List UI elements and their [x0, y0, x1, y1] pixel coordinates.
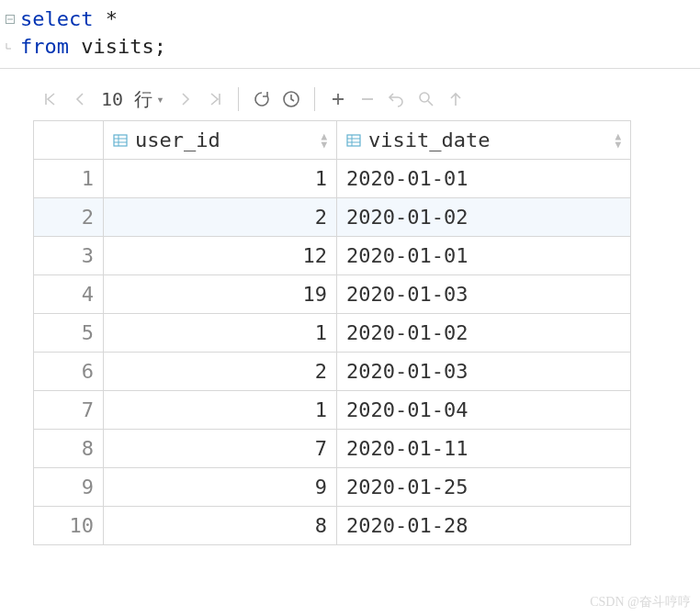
- column-icon: [113, 133, 128, 148]
- cell-visit-date[interactable]: 2020-01-28: [337, 507, 631, 545]
- cell-user-id[interactable]: 9: [104, 468, 337, 507]
- toolbar-separator: [314, 87, 315, 111]
- fold-end-icon: [0, 42, 20, 51]
- cell-user-id[interactable]: 1: [104, 160, 337, 198]
- cell-user-id[interactable]: 1: [104, 314, 337, 353]
- cell-visit-date[interactable]: 2020-01-11: [337, 430, 631, 468]
- toolbar-separator: [238, 87, 239, 111]
- column-label: visit_date: [368, 129, 490, 151]
- watermark: CSDN @奋斗哼哼: [590, 594, 691, 610]
- row-number: 4: [34, 275, 104, 314]
- fold-marker-icon[interactable]: [0, 15, 20, 24]
- table-row[interactable]: 872020-01-11: [34, 430, 631, 468]
- table-row[interactable]: 222020-01-02: [34, 198, 631, 237]
- table-row[interactable]: 112020-01-01: [34, 160, 631, 198]
- results-panel: 10 行 ▾: [0, 69, 700, 545]
- cell-user-id[interactable]: 2: [104, 353, 337, 391]
- table-row[interactable]: 1082020-01-28: [34, 507, 631, 545]
- last-page-button[interactable]: [201, 85, 229, 113]
- table-row[interactable]: 512020-01-02: [34, 314, 631, 353]
- row-number: 2: [34, 198, 104, 237]
- commit-button[interactable]: [442, 85, 469, 113]
- cell-user-id[interactable]: 19: [104, 275, 337, 314]
- row-number: 5: [34, 314, 104, 353]
- refresh-button[interactable]: [248, 85, 276, 113]
- sql-editor[interactable]: select * from visits;: [0, 0, 700, 69]
- column-header-visit-date[interactable]: visit_date ▲▼: [337, 121, 631, 160]
- table-body: 112020-01-01222020-01-023122020-01-01419…: [34, 160, 631, 545]
- row-number: 10: [34, 507, 104, 545]
- table-row[interactable]: 992020-01-25: [34, 468, 631, 507]
- sql-line-2: from visits;: [20, 33, 166, 61]
- svg-point-3: [420, 93, 429, 102]
- cell-visit-date[interactable]: 2020-01-02: [337, 198, 631, 237]
- row-number: 8: [34, 430, 104, 468]
- sql-line-1: select *: [20, 6, 118, 33]
- cell-user-id[interactable]: 1: [104, 391, 337, 430]
- column-icon: [346, 133, 361, 148]
- preview-changes-button[interactable]: [412, 85, 440, 113]
- add-row-button[interactable]: [324, 85, 352, 113]
- revert-button[interactable]: [383, 85, 411, 113]
- cell-user-id[interactable]: 7: [104, 430, 337, 468]
- cell-visit-date[interactable]: 2020-01-03: [337, 353, 631, 391]
- cell-visit-date[interactable]: 2020-01-02: [337, 314, 631, 353]
- next-page-button[interactable]: [172, 85, 199, 113]
- cell-visit-date[interactable]: 2020-01-03: [337, 275, 631, 314]
- cell-user-id[interactable]: 2: [104, 198, 337, 237]
- first-page-button[interactable]: [37, 85, 64, 113]
- page-size-dropdown[interactable]: 10 行 ▾: [96, 87, 170, 112]
- results-table: user_id ▲▼ visit_date ▲▼ 112020-01-01222…: [33, 120, 631, 545]
- svg-rect-4: [114, 135, 127, 146]
- row-number: 9: [34, 468, 104, 507]
- table-row[interactable]: 622020-01-03: [34, 353, 631, 391]
- row-number: 3: [34, 237, 104, 275]
- cell-visit-date[interactable]: 2020-01-04: [337, 391, 631, 430]
- chevron-down-icon: ▾: [156, 92, 164, 106]
- sort-icon[interactable]: ▲▼: [615, 132, 621, 149]
- cell-user-id[interactable]: 12: [104, 237, 337, 275]
- prev-page-button[interactable]: [66, 85, 94, 113]
- table-row[interactable]: 4192020-01-03: [34, 275, 631, 314]
- results-toolbar: 10 行 ▾: [33, 82, 700, 120]
- svg-rect-8: [347, 135, 360, 146]
- page-size-label: 10 行: [101, 87, 152, 112]
- row-number: 7: [34, 391, 104, 430]
- cell-visit-date[interactable]: 2020-01-01: [337, 237, 631, 275]
- cell-user-id[interactable]: 8: [104, 507, 337, 545]
- column-header-user-id[interactable]: user_id ▲▼: [104, 121, 337, 160]
- table-row[interactable]: 3122020-01-01: [34, 237, 631, 275]
- cell-visit-date[interactable]: 2020-01-01: [337, 160, 631, 198]
- remove-row-button[interactable]: [354, 85, 381, 113]
- cell-visit-date[interactable]: 2020-01-25: [337, 468, 631, 507]
- sort-icon[interactable]: ▲▼: [321, 132, 327, 149]
- column-label: user_id: [135, 129, 220, 151]
- auto-refresh-button[interactable]: [277, 85, 305, 113]
- row-number: 1: [34, 160, 104, 198]
- table-row[interactable]: 712020-01-04: [34, 391, 631, 430]
- row-number-header[interactable]: [34, 121, 104, 160]
- row-number: 6: [34, 353, 104, 391]
